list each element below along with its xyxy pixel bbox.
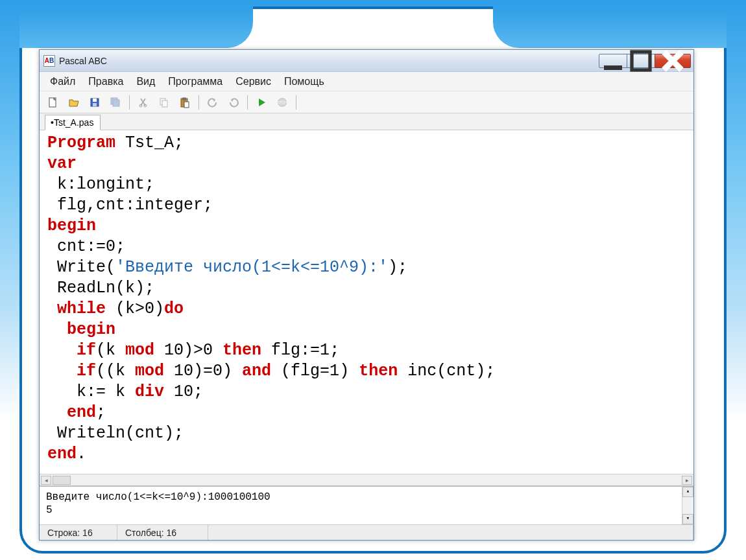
scroll-thumb[interactable] [53,476,71,485]
copy-icon[interactable] [157,95,171,110]
scroll-right-button[interactable]: ▸ [682,476,692,485]
undo-icon[interactable] [206,95,220,110]
scroll-up-button[interactable]: ▴ [682,487,693,497]
open-file-icon[interactable] [67,95,81,110]
cut-icon[interactable] [136,95,150,110]
window-title: Pascal ABC [59,56,599,66]
close-button[interactable] [655,54,691,68]
status-row: Строка: 16 [40,525,117,540]
menu-view[interactable]: Вид [131,73,160,90]
status-empty [208,525,693,540]
app-window: AB Pascal ABC Файл Правка Вид Программа … [39,49,694,541]
svg-rect-1 [632,52,650,70]
scroll-track[interactable] [682,497,693,514]
toolbar-separator [129,95,130,110]
titlebar[interactable]: AB Pascal ABC [40,50,693,72]
menu-edit[interactable]: Правка [83,73,128,90]
paste-icon[interactable] [178,95,192,110]
app-icon: AB [43,55,55,67]
svg-rect-5 [93,103,97,106]
tab-bar: •Tst_A.pas [40,113,693,130]
svg-rect-13 [183,98,186,100]
menu-help[interactable]: Помощь [279,73,330,90]
toolbar-separator [199,95,199,110]
svg-rect-4 [93,99,97,102]
output-line-2: 5 [46,504,53,516]
maximize-button[interactable] [627,54,655,68]
svg-rect-11 [162,100,167,107]
menubar: Файл Правка Вид Программа Сервис Помощь [40,72,693,91]
svg-text:STOP: STOP [278,100,287,104]
output-vertical-scrollbar[interactable]: ▴ ▾ [682,487,693,524]
output-line-1: Введите число(1<=k<=10^9):1000100100 [46,491,271,503]
svg-rect-7 [113,100,119,106]
stop-icon[interactable]: STOP [275,95,289,110]
app-icon-a: A [45,57,49,64]
menu-file[interactable]: Файл [45,73,80,90]
new-file-icon[interactable] [46,95,60,110]
save-icon[interactable] [88,95,102,110]
svg-rect-14 [184,102,189,108]
run-icon[interactable] [254,95,269,110]
status-col: Столбец: 16 [117,525,208,540]
file-tab[interactable]: •Tst_A.pas [45,115,101,130]
scroll-left-button[interactable]: ◂ [41,476,51,485]
horizontal-scrollbar[interactable]: ◂ ▸ [40,474,693,485]
save-all-icon[interactable] [108,95,123,110]
window-controls [599,54,691,68]
toolbar-separator [247,95,248,110]
app-icon-b: B [49,57,54,64]
toolbar: STOP [40,91,693,113]
code-content[interactable]: Program Tst_A; var k:longint; flg,cnt:in… [47,133,686,465]
status-bar: Строка: 16 Столбец: 16 [40,524,693,540]
code-editor[interactable]: Program Tst_A; var k:longint; flg,cnt:in… [40,130,693,474]
redo-icon[interactable] [226,95,241,110]
menu-program[interactable]: Программа [163,73,228,90]
menu-service[interactable]: Сервис [230,73,276,90]
svg-rect-0 [604,65,622,70]
output-panel[interactable]: Введите число(1<=k<=10^9):1000100100 5 ▴… [40,485,693,524]
scroll-down-button[interactable]: ▾ [682,514,693,524]
minimize-button[interactable] [599,54,627,68]
toolbar-separator [296,95,296,110]
